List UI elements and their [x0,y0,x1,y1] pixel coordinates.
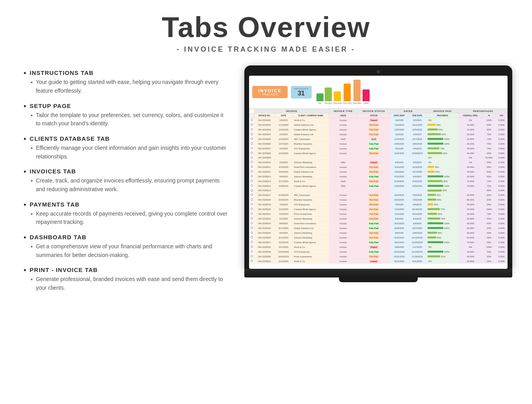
td-check-13[interactable] [249,179,255,184]
td-check-4[interactable] [249,137,255,141]
td-due-26: 10/23/2025 [408,240,426,245]
td-status-5: Fully Paid [357,141,390,146]
td-check-25[interactable] [249,235,255,240]
td-status-4: Draft [357,137,390,141]
td-pct-19: 100% [482,207,496,212]
td-disc-1: 10.00% [459,123,482,127]
prog-pct-21: 79% [441,218,445,220]
td-check-8[interactable] [249,156,255,160]
td-check-29[interactable] [249,254,255,259]
table-row: INV-2025010 4/3/2025 Johnson Marketing O… [249,160,508,165]
td-status-12: Fully Paid [357,174,390,179]
td-check-17[interactable] [249,197,255,202]
ss-invoice-header: INVOICE -TRACKER- [252,86,288,98]
td-check-22[interactable] [249,221,255,226]
td-due-7: 10/30/2025 [408,151,426,156]
td-prog-21: 79% [426,216,459,221]
td-sent-26: 9/24/2025 [390,240,408,245]
subtitle: - INVOICE TRACKING MADE EASIER - [162,45,370,54]
td-date-2: 1/25/2025 [275,127,292,132]
td-check-12[interactable] [249,174,255,179]
th-status-section: INVOICE STATUS [357,109,390,114]
td-date-24: 9/4/2025 [275,231,292,235]
td-check-14[interactable] [249,184,255,188]
td-check-10[interactable] [249,165,255,169]
td-check-6[interactable] [249,146,255,151]
status-badge-21: Part Paid [368,217,379,220]
prog-pct-20: 60% [438,213,442,215]
td-invno-8: INV-2025009 [255,156,275,160]
td-sent-5: 2/28/2025 [390,141,408,146]
td-status-2: Part Paid [357,127,390,132]
status-badge-26: Fully Paid [368,241,380,244]
progress-bar-cell-9: 0% [428,161,458,164]
th-dates-section: DATES [390,109,426,114]
td-check-7[interactable] [249,151,255,156]
td-prog-0: 0% [426,118,459,123]
td-check-1[interactable] [249,123,255,127]
td-check-11[interactable] [249,169,255,174]
td-status-14: Fully Paid [357,184,390,188]
td-sent-27: 10/8/2025 [390,245,408,249]
td-prog-1: 50% [426,123,459,127]
status-badge-10: Part Paid [368,166,379,169]
td-invno-4: INV-2025005 [255,137,275,141]
td-prog-5: 100% [426,141,459,146]
td-check-16[interactable] [249,193,255,197]
prog-pct-5: 100% [444,143,450,145]
ss-bar-fill-3 [344,84,351,101]
td-check-3[interactable] [249,132,255,137]
td-check-30[interactable] [249,259,255,264]
td-disc-8: 0% [459,156,482,160]
td-date-16: 6/19/2025 [275,193,292,197]
td-check-2[interactable] [249,127,255,132]
td-client-27: Smith & Co. [292,245,329,249]
th-type: ISSUE [329,114,357,118]
td-disc-9: 0% [459,160,482,165]
mini-progress-22 [428,222,443,224]
prog-pct-15: 90% [443,189,447,192]
td-check-23[interactable] [249,226,255,231]
prog-pct-4: 100% [444,138,450,140]
td-pct-26: 40% [482,240,496,245]
mini-progress-2 [428,128,438,130]
td-check-20[interactable] [249,212,255,216]
td-status-8 [357,156,390,160]
status-badge-29: Part Paid [368,255,379,258]
feature-title-setup: SETUP PAGE [24,102,229,110]
td-check-0[interactable] [249,118,255,123]
mini-progress-17 [428,199,436,201]
td-date-15 [275,188,292,193]
td-vat-16: 5.00% [496,193,508,197]
status-badge-22: Fully Paid [368,222,380,225]
td-check-24[interactable] [249,231,255,235]
td-date-5: 2/27/2025 [275,141,292,146]
td-check-27[interactable] [249,245,255,249]
td-check-15[interactable] [249,188,255,193]
td-check-28[interactable] [249,249,255,254]
status-badge-16: Part Paid [368,194,379,197]
td-sent-25: 9/16/2025 [390,235,408,240]
laptop-base [244,269,512,277]
td-check-19[interactable] [249,207,255,212]
td-prog-28: 100% [426,249,459,254]
td-check-9[interactable] [249,160,255,165]
td-client-10: GreenTech Innovations [292,165,329,169]
mini-progress-29 [428,255,440,257]
td-check-26[interactable] [249,240,255,245]
td-vat-8: 5.00% [496,156,508,160]
td-vat-17: 5.00% [496,197,508,202]
prog-pct-0: 0% [428,119,432,121]
progress-bar-cell-18: 34% [428,203,458,206]
td-date-11: 4/25/2025 [275,169,292,174]
td-due-0: 2/5/2025 [408,118,426,123]
td-check-18[interactable] [249,202,255,207]
td-vat-28: 5.00% [496,249,508,254]
td-due-19: 8/13/2025 [408,207,426,212]
progress-bar-cell-1: 50% [428,124,458,126]
td-check-5[interactable] [249,141,255,146]
td-type-29: Invoice [329,254,357,259]
td-check-21[interactable] [249,216,255,221]
progress-bar-cell-16: 52% [428,194,458,196]
mini-progress-5 [428,143,443,145]
